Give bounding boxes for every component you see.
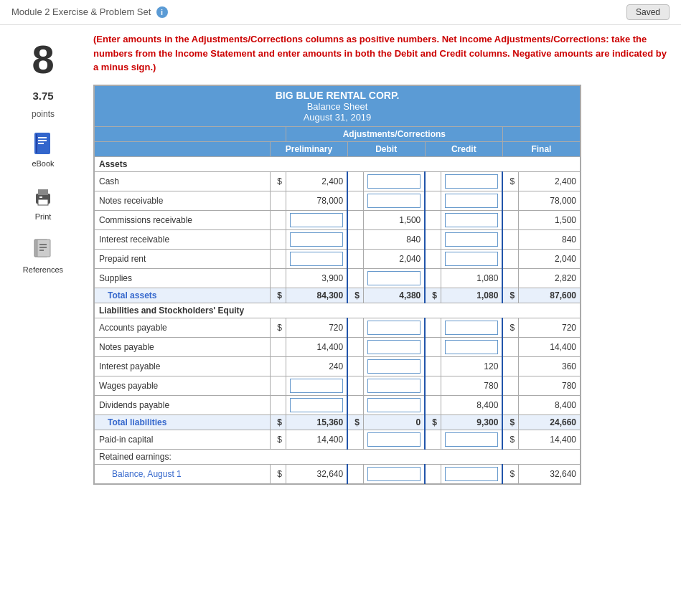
prelim-value: 84,300 [286, 288, 347, 303]
assets-section-header: Assets [95, 156, 581, 171]
references-icon [32, 237, 55, 262]
credit-input[interactable] [441, 337, 503, 356]
table-row: Notes receivable 78,000 78,000 [95, 191, 581, 210]
final-value: 78,000 [519, 191, 581, 210]
final-dollar: $ [502, 414, 518, 430]
svg-rect-3 [38, 140, 47, 141]
saved-button[interactable]: Saved [626, 4, 670, 20]
references-tool[interactable]: References [17, 232, 69, 278]
debit-input[interactable] [363, 171, 425, 191]
svg-rect-6 [38, 189, 48, 195]
debit-input[interactable] [363, 395, 425, 414]
final-dollar: $ [502, 171, 518, 191]
total-liabilities-label: Total liabilities [95, 414, 271, 430]
svg-rect-4 [38, 143, 44, 144]
debit-input[interactable] [363, 318, 425, 337]
prelim-value: 14,400 [286, 337, 347, 356]
credit-value: 120 [441, 356, 503, 376]
retained-earnings-label: Retained earnings: [95, 449, 581, 464]
book-icon [32, 131, 55, 156]
svg-rect-7 [38, 199, 48, 205]
final-value: 780 [519, 376, 581, 395]
debit-input[interactable] [363, 376, 425, 395]
credit-input[interactable] [441, 464, 503, 483]
page-title: Module 2 Exercise & Problem Set i [11, 6, 168, 18]
row-label: Dividends payable [95, 395, 271, 414]
info-icon[interactable]: i [156, 6, 168, 18]
final-dollar: $ [502, 318, 518, 337]
debit-value: 2,040 [363, 249, 425, 268]
row-label: Interest payable [95, 356, 271, 376]
credit-input[interactable] [441, 171, 503, 191]
table-row: Commissions receivable 1,500 1,500 [95, 210, 581, 229]
row-label: Paid-in capital [95, 430, 271, 449]
debit-value: 1,500 [363, 210, 425, 229]
report-title: Balance Sheet [95, 101, 580, 112]
svg-rect-8 [39, 196, 42, 198]
prelim-input[interactable] [286, 249, 347, 268]
final-dollar: $ [502, 464, 518, 483]
instruction-text: (Enter amounts in the Adjustments/Correc… [93, 32, 667, 75]
points-value: 3.75 [32, 90, 53, 102]
prelim-input[interactable] [286, 395, 347, 414]
prelim-dollar: $ [271, 318, 286, 337]
credit-input[interactable] [441, 249, 503, 268]
debit-input[interactable] [363, 430, 425, 449]
row-label: Notes payable [95, 337, 271, 356]
table-row: Wages payable 780 780 [95, 376, 581, 395]
credit-input[interactable] [441, 210, 503, 229]
col-preliminary-header: Preliminary [271, 141, 347, 156]
credit-input[interactable] [441, 229, 503, 249]
final-dollar: $ [502, 430, 518, 449]
credit-value: 8,400 [441, 395, 503, 414]
debit-input[interactable] [363, 337, 425, 356]
balance-sheet-table-container: BIG BLUE RENTAL CORP. Balance Sheet Augu… [93, 85, 581, 485]
table-row: Accounts payable $ 720 $ 720 [95, 318, 581, 337]
prelim-input[interactable] [286, 229, 347, 249]
ebook-tool[interactable]: eBook [26, 126, 60, 172]
debit-input[interactable] [286, 210, 347, 229]
prelim-value: 15,360 [286, 414, 347, 430]
print-tool[interactable]: Print [26, 179, 60, 225]
adjustments-header: Adjustments/Corrections [286, 126, 502, 141]
col-final-header: Final [502, 141, 580, 156]
credit-input[interactable] [441, 191, 503, 210]
final-value: 2,040 [519, 249, 581, 268]
prelim-dollar: $ [271, 288, 286, 303]
debit-input[interactable] [363, 356, 425, 376]
print-icon [32, 184, 55, 209]
col-debit-header: Debit [347, 141, 425, 156]
debit-input[interactable] [363, 191, 425, 210]
debit-input[interactable] [363, 268, 425, 288]
credit-value: 1,080 [441, 288, 503, 303]
row-label: Interest receivable [95, 229, 271, 249]
retained-earnings-header: Retained earnings: [95, 449, 581, 464]
sidebar: 8 3.75 points eBook [0, 32, 86, 499]
main-layout: 8 3.75 points eBook [0, 25, 681, 506]
debit-value: 0 [363, 414, 425, 430]
credit-input[interactable] [441, 430, 503, 449]
prelim-value: 78,000 [286, 191, 347, 210]
final-value: 24,660 [519, 414, 581, 430]
table-row: Supplies 3,900 1,080 2,820 [95, 268, 581, 288]
prelim-input[interactable] [286, 376, 347, 395]
credit-value: 9,300 [441, 414, 503, 430]
debit-value: 840 [363, 229, 425, 249]
assets-label: Assets [95, 156, 581, 171]
table-row: Paid-in capital $ 14,400 $ 14,400 [95, 430, 581, 449]
credit-input[interactable] [441, 318, 503, 337]
report-date: August 31, 2019 [95, 112, 580, 123]
references-label: References [23, 265, 63, 274]
module-title: Module 2 Exercise & Problem Set [11, 6, 151, 17]
table-row: Dividends payable 8,400 8,400 [95, 395, 581, 414]
liabilities-section-header: Liabilities and Stockholders' Equity [95, 303, 581, 318]
prelim-value: 240 [286, 356, 347, 376]
final-value: 8,400 [519, 395, 581, 414]
final-value: 2,820 [519, 268, 581, 288]
row-label: Notes receivable [95, 191, 271, 210]
debit-input[interactable] [363, 464, 425, 483]
table-row: Interest receivable 840 840 [95, 229, 581, 249]
prelim-value: 32,640 [286, 464, 347, 483]
col-credit-header: Credit [425, 141, 502, 156]
table-row: Cash $ 2,400 $ 2,400 [95, 171, 581, 191]
